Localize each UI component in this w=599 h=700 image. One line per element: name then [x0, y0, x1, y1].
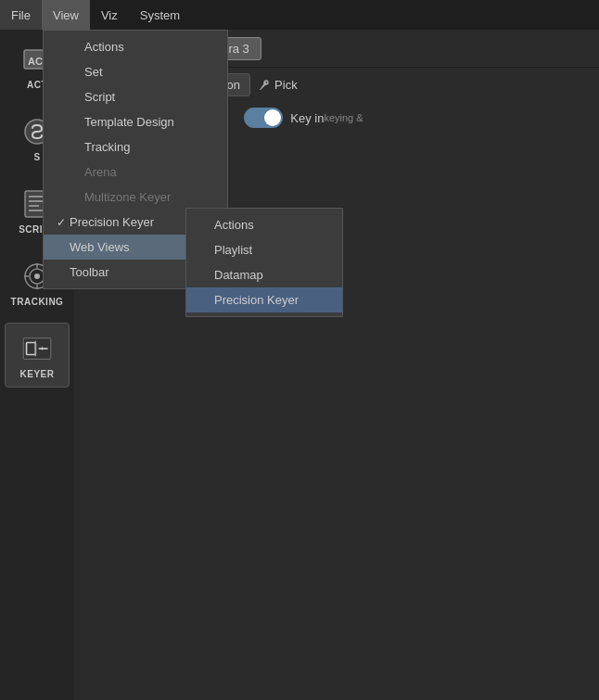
check-toolbar: [57, 266, 70, 279]
menu-system[interactable]: System: [129, 0, 191, 30]
sidebar-keyer-label: KEYER: [20, 369, 55, 379]
pick-icon: [258, 79, 271, 92]
precision-keyer-label: Precision Keyer: [70, 215, 154, 229]
submenu-item-datamap[interactable]: Datamap: [186, 262, 342, 287]
script-label: Script: [84, 90, 115, 104]
menu-item-template-design[interactable]: Template Design: [44, 109, 227, 134]
menubar: File View Viz System: [0, 0, 599, 30]
submenu-actions-label: Actions: [214, 218, 254, 232]
submenu-playlist-label: Playlist: [214, 243, 252, 257]
tracking-label: Tracking: [84, 140, 130, 154]
pick-label: Pick: [274, 78, 298, 92]
sidebar-item-keyer[interactable]: + KEYER: [5, 323, 70, 388]
set-label: Set: [84, 65, 103, 79]
check-script: [71, 91, 84, 104]
arena-label: Arena: [84, 165, 117, 179]
menu-item-actions[interactable]: Actions: [44, 34, 227, 59]
submenu-precision-keyer-label: Precision Keyer: [214, 293, 299, 307]
key-in-toggle[interactable]: [244, 108, 283, 128]
submenu-datamap-label: Datamap: [214, 268, 263, 282]
menu-item-arena: Arena: [44, 159, 227, 185]
check-template-design: [71, 116, 84, 129]
check-multizone: [71, 191, 84, 204]
web-views-label: Web Views: [70, 240, 130, 254]
menu-item-multizone-keyer: Multizone Keyer: [44, 185, 227, 210]
key-in-label: Key in: [290, 111, 324, 125]
submenu-item-playlist[interactable]: Playlist: [186, 237, 342, 262]
keying-label: keying &: [324, 112, 363, 123]
sidebar-s-label: S: [33, 152, 40, 162]
multizone-label: Multizone Keyer: [84, 190, 171, 204]
menu-item-script[interactable]: Script: [44, 84, 227, 109]
check-webviews: [57, 241, 70, 254]
check-arena: [71, 166, 84, 179]
svg-text:+: +: [40, 345, 45, 353]
template-design-label: Template Design: [84, 115, 174, 129]
check-precision: ✓: [57, 216, 70, 229]
actions-label: Actions: [84, 40, 124, 54]
check-tracking: [71, 141, 84, 154]
submenu-item-precision-keyer[interactable]: Precision Keyer: [186, 287, 342, 312]
svg-point-10: [34, 274, 40, 279]
toolbar-menu-label: Toolbar: [70, 265, 109, 279]
menu-item-tracking[interactable]: Tracking: [44, 134, 227, 159]
web-views-submenu: Actions Playlist Datamap Precision Keyer: [185, 208, 343, 317]
menu-view[interactable]: View: [42, 0, 90, 30]
submenu-item-actions[interactable]: Actions: [186, 212, 342, 237]
check-set: [71, 66, 84, 79]
menu-viz[interactable]: Viz: [90, 0, 129, 30]
sidebar-tracking-label: TRACKING: [11, 297, 64, 307]
menu-file[interactable]: File: [0, 0, 42, 30]
pick-section: Pick: [258, 78, 298, 92]
check-actions: [71, 41, 84, 54]
menu-item-set[interactable]: Set: [44, 59, 227, 84]
toggle-group: Key in: [244, 108, 324, 128]
